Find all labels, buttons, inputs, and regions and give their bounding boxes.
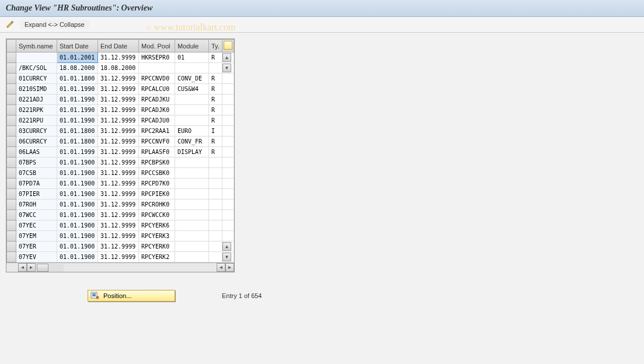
cell-ty[interactable] xyxy=(209,220,222,231)
cell-module[interactable] xyxy=(175,220,209,231)
col-header-module[interactable]: Module xyxy=(175,40,209,52)
table-row[interactable]: 07PIER01.01.190031.12.9999RPCPIEK0 xyxy=(7,189,234,200)
vscroll-cell[interactable] xyxy=(222,126,234,136)
cell-symb[interactable]: 06LAAS xyxy=(16,147,57,158)
cell-ty[interactable]: R xyxy=(209,94,222,105)
cell-end[interactable]: 31.12.9999 xyxy=(98,178,139,189)
cell-end[interactable]: 18.08.2000 xyxy=(98,63,139,74)
table-row[interactable]: /BKC/SOL18.08.200018.08.2000▼ xyxy=(7,63,234,74)
row-selector[interactable] xyxy=(7,242,16,252)
table-row[interactable]: 07BPS01.01.190031.12.9999RPCBPSK0 xyxy=(7,158,234,168)
cell-pool[interactable]: RPCBPSK0 xyxy=(139,158,175,168)
cell-start[interactable]: 01.01.1990 xyxy=(57,94,98,105)
cell-ty[interactable] xyxy=(209,210,222,220)
table-row[interactable]: 01CURRCY01.01.180031.12.9999RPCCNVD0CONV… xyxy=(7,74,234,84)
vscroll-cell[interactable] xyxy=(222,178,234,189)
cell-start[interactable]: 01.01.1900 xyxy=(57,231,98,242)
cell-start[interactable]: 01.01.1800 xyxy=(57,136,98,147)
hscroll-right2-button[interactable]: ► xyxy=(225,263,234,272)
row-selector[interactable] xyxy=(7,178,16,189)
vscroll-cell[interactable] xyxy=(222,189,234,200)
cell-start[interactable]: 01.01.1900 xyxy=(57,220,98,231)
cell-symb[interactable]: 07WCC xyxy=(16,210,57,220)
row-selector[interactable] xyxy=(7,158,16,168)
cell-end[interactable]: 31.12.9999 xyxy=(98,74,139,84)
cell-module[interactable] xyxy=(175,158,209,168)
cell-end[interactable]: 31.12.9999 xyxy=(98,126,139,136)
cell-end[interactable]: 31.12.9999 xyxy=(98,105,139,116)
cell-module[interactable]: CONV_DE xyxy=(175,74,209,84)
cell-pool[interactable]: RPLAASF0 xyxy=(139,147,175,158)
cell-start[interactable]: 01.01.1900 xyxy=(57,252,98,262)
cell-pool[interactable]: HKRSEPR0 xyxy=(139,52,175,63)
cell-end[interactable]: 31.12.9999 xyxy=(98,52,139,63)
cell-pool[interactable]: RPCYERK3 xyxy=(139,231,175,242)
cell-ty[interactable]: I xyxy=(209,126,222,136)
table-row[interactable]: 03CURRCY01.01.180031.12.9999RPC2RAA1EURO… xyxy=(7,126,234,136)
table-row[interactable]: 07YEV01.01.190031.12.9999RPCYERK2▼ xyxy=(7,252,234,262)
cell-symb[interactable]: 0221RPK xyxy=(16,105,57,116)
cell-pool[interactable]: RPCYERK2 xyxy=(139,252,175,262)
cell-ty[interactable] xyxy=(209,158,222,168)
cell-pool[interactable]: RPCCNVF0 xyxy=(139,136,175,147)
cell-symb[interactable]: 0221RPU xyxy=(16,116,57,126)
cell-pool[interactable]: RPC2RAA1 xyxy=(139,126,175,136)
cell-module[interactable] xyxy=(175,231,209,242)
cell-ty[interactable] xyxy=(209,178,222,189)
cell-ty[interactable]: R xyxy=(209,84,222,94)
hscroll-left2-button[interactable]: ◄ xyxy=(217,263,225,272)
cell-start[interactable]: 01.01.1990 xyxy=(57,84,98,94)
cell-pool[interactable]: RPCYERK6 xyxy=(139,220,175,231)
cell-module[interactable] xyxy=(175,189,209,200)
cell-end[interactable]: 31.12.9999 xyxy=(98,136,139,147)
vscroll-cell[interactable]: ▼ xyxy=(222,63,234,74)
cell-start[interactable]: 01.01.1900 xyxy=(57,242,98,252)
table-row[interactable]: 06LAAS01.01.199931.12.9999RPLAASF0DISPLA… xyxy=(7,147,234,158)
table-settings-icon[interactable] xyxy=(224,41,232,50)
vscroll-cell[interactable] xyxy=(222,231,234,242)
row-selector[interactable] xyxy=(7,189,16,200)
cell-pool[interactable]: RPCYERK0 xyxy=(139,242,175,252)
cell-ty[interactable]: R xyxy=(209,52,222,63)
cell-ty[interactable]: R xyxy=(209,105,222,116)
table-row[interactable]: 0221RPU01.01.199031.12.9999RPCADJU0R xyxy=(7,116,234,126)
cell-symb[interactable]: 0210SIMD xyxy=(16,84,57,94)
cell-module[interactable] xyxy=(175,200,209,210)
cell-module[interactable]: DISPLAY xyxy=(175,147,209,158)
col-header-end[interactable]: End Date xyxy=(98,40,139,52)
cell-start[interactable]: 01.01.1900 xyxy=(57,178,98,189)
vscroll-down-button[interactable]: ▼ xyxy=(222,64,231,72)
vscroll-cell[interactable]: ▼ xyxy=(222,252,234,262)
table-row[interactable]: 07YEM01.01.190031.12.9999RPCYERK3 xyxy=(7,231,234,242)
row-selector[interactable] xyxy=(7,84,16,94)
cell-pool[interactable]: RPCADJKU xyxy=(139,94,175,105)
config-col-header[interactable] xyxy=(222,40,234,52)
table-row[interactable]: 07ROH01.01.190031.12.9999RPCROHK0 xyxy=(7,200,234,210)
row-selector[interactable] xyxy=(7,105,16,116)
cell-end[interactable]: 31.12.9999 xyxy=(98,200,139,210)
hscroll-right-button[interactable]: ► xyxy=(27,263,36,272)
table-row[interactable]: 07YER01.01.190031.12.9999RPCYERK0▲ xyxy=(7,242,234,252)
row-selector[interactable] xyxy=(7,200,16,210)
cell-ty[interactable] xyxy=(209,63,222,74)
cell-symb[interactable]: 07YER xyxy=(16,242,57,252)
cell-symb[interactable]: 07YEV xyxy=(16,252,57,262)
cell-pool[interactable]: RPCADJK0 xyxy=(139,105,175,116)
cell-start[interactable]: 01.01.1900 xyxy=(57,168,98,178)
cell-start[interactable]: 01.01.2001 xyxy=(57,52,98,63)
cell-pool[interactable]: RPCPIEK0 xyxy=(139,189,175,200)
row-selector[interactable] xyxy=(7,126,16,136)
cell-ty[interactable]: R xyxy=(209,136,222,147)
cell-module[interactable]: CUS&W4 xyxy=(175,84,209,94)
cell-end[interactable]: 31.12.9999 xyxy=(98,147,139,158)
cell-ty[interactable] xyxy=(209,252,222,262)
cell-end[interactable]: 31.12.9999 xyxy=(98,94,139,105)
row-selector[interactable] xyxy=(7,220,16,231)
cell-module[interactable]: EURO xyxy=(175,126,209,136)
table-row[interactable]: 07CSB01.01.190031.12.9999RPCCSBK0 xyxy=(7,168,234,178)
cell-start[interactable]: 01.01.1999 xyxy=(57,147,98,158)
vscroll-cell[interactable] xyxy=(222,220,234,231)
cell-start[interactable]: 01.01.1990 xyxy=(57,105,98,116)
cell-ty[interactable] xyxy=(209,242,222,252)
cell-module[interactable] xyxy=(175,242,209,252)
